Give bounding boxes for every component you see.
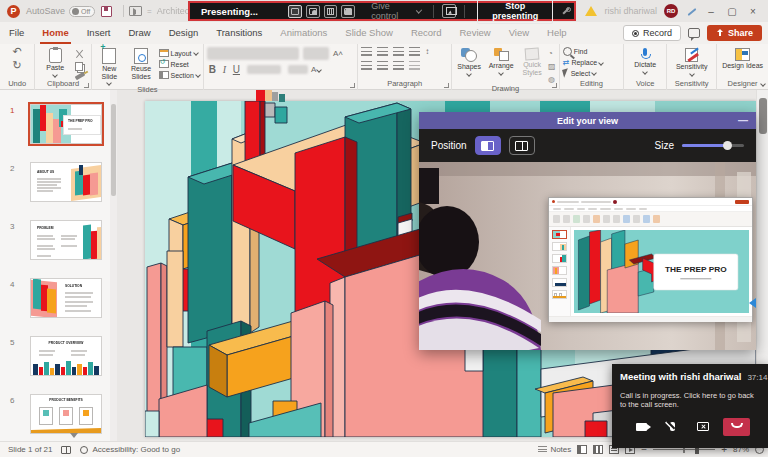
share-button[interactable]: Share — [707, 25, 762, 41]
numbering-icon[interactable] — [377, 47, 388, 56]
paste-button[interactable]: Paste — [38, 47, 72, 77]
font-size-input[interactable] — [303, 47, 329, 60]
close-button[interactable]: × — [746, 6, 760, 17]
tab-record[interactable]: Record — [402, 22, 451, 44]
undo-icon[interactable]: ↶ — [12, 46, 21, 57]
reuse-slides-button[interactable]: Reuse Slides — [127, 47, 156, 80]
pencil-icon[interactable] — [685, 5, 697, 17]
stop-sharing-button[interactable] — [692, 418, 714, 436]
reset-button[interactable]: Reset — [159, 60, 200, 68]
shape-fill-icon[interactable]: ◔ — [548, 49, 556, 58]
select-button[interactable]: Select — [563, 69, 596, 77]
dialog-launcher-icon[interactable] — [350, 83, 355, 88]
columns-icon[interactable] — [409, 61, 420, 70]
redo-icon[interactable]: ↻ — [12, 60, 21, 71]
view-standout-icon[interactable] — [341, 5, 355, 18]
accessibility-status[interactable]: Accessibility: Good to go — [80, 445, 180, 454]
mini-avatar — [613, 200, 617, 204]
decrease-indent-icon[interactable] — [393, 47, 404, 56]
line-spacing-icon[interactable]: ↕ — [425, 47, 429, 56]
pin-icon[interactable] — [561, 6, 569, 16]
display-settings-icon[interactable] — [61, 446, 71, 454]
copy-icon[interactable] — [75, 62, 83, 71]
position-side-by-side-button[interactable] — [509, 136, 535, 155]
preview-resize-arrow-icon[interactable] — [749, 298, 756, 308]
shapes-button[interactable]: Shapes — [455, 47, 483, 76]
position-overlay-button[interactable] — [475, 136, 501, 155]
view-content-only-icon[interactable] — [288, 5, 302, 18]
design-ideas-button[interactable]: Design Ideas — [721, 47, 765, 70]
size-slider[interactable] — [682, 144, 744, 147]
thumbnail-slide-5[interactable]: 5 PRODUCT OVERVIEW — [0, 336, 110, 380]
hang-up-button[interactable] — [723, 418, 750, 436]
quick-styles-button[interactable]: Quick Styles — [519, 47, 545, 76]
arrange-button[interactable]: Arrange — [486, 47, 516, 75]
tab-view[interactable]: View — [500, 22, 538, 44]
tab-help[interactable]: Help — [538, 22, 576, 44]
notes-button[interactable]: Notes — [538, 445, 571, 454]
dialog-launcher-icon[interactable] — [444, 83, 449, 88]
thumbnail-slide-6[interactable]: 6 PRODUCT BENEFITS — [0, 394, 110, 438]
stop-presenting-button[interactable]: Stop presenting — [477, 0, 553, 24]
thumbnail-slide-2[interactable]: 2 ABOUT US — [0, 162, 110, 206]
share-screen-control-icon[interactable] — [442, 4, 457, 18]
increase-indent-icon[interactable] — [409, 47, 420, 56]
font-name-input[interactable] — [207, 47, 299, 60]
meeting-title: Meeting with rishi dhariwal — [620, 371, 741, 382]
save-icon[interactable] — [101, 6, 112, 17]
give-control-button[interactable]: Give control — [371, 1, 409, 21]
section-button[interactable]: Section — [159, 71, 200, 79]
slide-sorter-view-icon[interactable] — [593, 445, 603, 454]
thumbnail-scrollbar[interactable] — [110, 90, 117, 441]
cut-icon[interactable] — [75, 49, 85, 59]
autosave-toggle[interactable]: Off — [69, 6, 95, 17]
teams-meeting-panel[interactable]: Meeting with rishi dhariwal 37:14 — Call… — [612, 364, 768, 448]
align-right-icon[interactable] — [393, 61, 404, 70]
tab-slideshow[interactable]: Slide Show — [336, 22, 402, 44]
shape-outline-icon[interactable]: ▨ — [548, 62, 556, 71]
tab-review[interactable]: Review — [451, 22, 500, 44]
tab-insert[interactable]: Insert — [78, 22, 120, 44]
camera-button[interactable] — [630, 418, 652, 436]
dialog-launcher-icon[interactable] — [84, 83, 89, 88]
slider-knob[interactable] — [723, 141, 732, 150]
grow-font-icon[interactable]: A˄ — [333, 49, 343, 58]
tab-draw[interactable]: Draw — [119, 22, 159, 44]
align-left-icon[interactable] — [361, 61, 372, 70]
tab-home[interactable]: Home — [33, 22, 77, 44]
zoom-slider[interactable] — [653, 449, 715, 451]
dialog-launcher-icon[interactable] — [552, 83, 557, 88]
avatar[interactable]: RD — [664, 4, 678, 18]
view-side-by-side-icon[interactable] — [324, 5, 338, 18]
bold-button[interactable]: B — [207, 64, 218, 75]
align-center-icon[interactable] — [377, 61, 388, 70]
thumbnail-slide-1[interactable]: 1 THE PREP PRO — [0, 104, 110, 148]
thumbnails-scroll-down-icon[interactable] — [70, 433, 78, 438]
scrollbar-thumb[interactable] — [759, 98, 767, 134]
restore-button[interactable]: ▢ — [725, 6, 739, 17]
layout-button[interactable]: Layout — [159, 49, 200, 57]
minimize-panel-icon[interactable]: — — [738, 115, 748, 126]
tab-animations[interactable]: Animations — [271, 22, 336, 44]
bullets-icon[interactable] — [361, 47, 372, 56]
view-content-with-camera-icon[interactable] — [306, 5, 320, 18]
tab-design[interactable]: Design — [160, 22, 208, 44]
underline-button[interactable]: U — [231, 64, 242, 75]
dictate-button[interactable]: Dictate — [628, 47, 662, 74]
thumbnail-slide-3[interactable]: 3 PROBLEM — [0, 220, 110, 264]
record-button[interactable]: Record — [623, 25, 681, 41]
tab-transitions[interactable]: Transitions — [207, 22, 271, 44]
sensitivity-button[interactable]: Sensitivity — [670, 47, 713, 76]
thumbnail-slide-4[interactable]: 4 SOLUTION — [0, 278, 110, 322]
replace-button[interactable]: ⇄Replace — [563, 58, 603, 67]
edit-view-header[interactable]: Edit your view — — [419, 112, 756, 129]
new-slide-button[interactable]: New Slide — [95, 47, 124, 85]
italic-button[interactable]: I — [219, 64, 230, 75]
comments-icon[interactable] — [688, 28, 700, 38]
tab-file[interactable]: File — [0, 22, 33, 44]
normal-view-icon[interactable] — [577, 445, 587, 454]
minimize-button[interactable]: – — [704, 6, 718, 17]
find-button[interactable]: Find — [563, 47, 588, 56]
meeting-message[interactable]: Call is in progress. Click here to go ba… — [620, 391, 760, 410]
mic-muted-button[interactable] — [661, 418, 683, 436]
